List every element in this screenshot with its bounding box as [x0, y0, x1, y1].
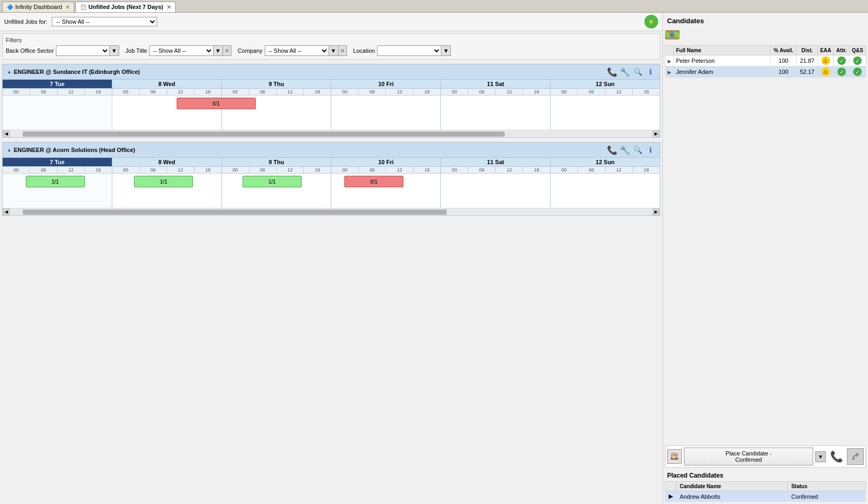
action-phone-button[interactable]: 📞	[828, 448, 845, 465]
section2-day-headers: 7 Tue 8 Wed 9 Thu 10 Fri 11 Sat 12 Sun	[3, 158, 660, 167]
section2-info-icon[interactable]: ℹ	[645, 145, 655, 155]
candidate-1-avail: 100	[770, 55, 797, 66]
section1-day-2: 9 Thu	[222, 80, 332, 88]
company-input: -- Show All -- ▼ ✕	[265, 45, 347, 56]
section2-scroll-thumb[interactable]	[23, 210, 447, 215]
section1-info-icon[interactable]: ℹ	[645, 66, 655, 77]
section2-search-icon[interactable]: 🔍	[632, 145, 643, 155]
placed-col-name: Candidate Name	[677, 482, 788, 491]
section1-settings-icon[interactable]: 🔧	[620, 66, 630, 77]
section1-phone-icon[interactable]: 📞	[607, 66, 618, 77]
back-office-sector-arrow[interactable]: ▼	[109, 46, 119, 55]
job-title-input: -- Show All -- ▼ ✕	[149, 45, 232, 56]
section1-day-headers: 7 Tue 8 Wed 9 Thu 10 Fri 11 Sat 12 Sun	[3, 80, 660, 89]
job-section-2-header: ▲ ENGINEER @ Acorn Solutions (Head Offic…	[3, 142, 660, 158]
location-arrow[interactable]: ▼	[441, 46, 450, 55]
place-candidate-label: Place Candidate - Confirmed	[726, 450, 771, 463]
candidate-2-attr-icon: ✓	[837, 68, 846, 76]
place-candidate-button[interactable]: Place Candidate - Confirmed	[684, 448, 813, 465]
section1-calendar: 7 Tue 8 Wed 9 Thu 10 Fri 11 Sat 12 Sun 0…	[3, 80, 660, 137]
section1-day-3: 10 Fri	[331, 80, 441, 88]
section2-time-slots: 00 06 12 18 00 06 12 18 00 06 12 18	[3, 167, 660, 173]
section1-day-5: 12 Sun	[551, 80, 660, 88]
section1-scroll-track[interactable]	[10, 131, 652, 137]
placed-1-status: Confirmed	[788, 491, 866, 502]
candidates-map-icon[interactable]	[665, 29, 866, 43]
candidates-table: Full Name % Avail. Dist. EAA Attr. Q&S ▶…	[665, 45, 866, 78]
candidate-1-qs-icon: ✓	[853, 56, 862, 65]
unfilled-jobs-select[interactable]: -- Show All --	[52, 17, 157, 26]
section2-scroll-left[interactable]: ◀	[3, 208, 10, 216]
section2-shift-3[interactable]: 1/1	[243, 176, 302, 187]
job-sections: ▲ ENGINEER @ Sundance IT (Edinburgh Offi…	[0, 62, 662, 504]
col-qs: Q&S	[850, 46, 866, 55]
col-eaa: EAA	[818, 46, 834, 55]
main-layout: Unfilled Jobs for: -- Show All -- ⚡ Filt…	[0, 13, 868, 504]
edit-candidate-button[interactable]	[667, 449, 682, 464]
section2-scrollbar[interactable]: ◀ ▶	[3, 208, 660, 215]
tab-unfilled[interactable]: 📋 Unfilled Jobs (Next 7 Days) ✕	[75, 2, 176, 12]
section1-body: 0/1	[3, 96, 660, 130]
placed-col-status: Status	[788, 482, 866, 491]
section2-settings-icon[interactable]: 🔧	[620, 145, 630, 155]
refresh-button[interactable]: ⚡	[644, 15, 658, 28]
section2-scroll-track[interactable]	[10, 210, 652, 215]
refresh-icon: ⚡	[648, 18, 655, 25]
section1-scrollbar[interactable]: ◀ ▶	[3, 130, 660, 137]
place-candidate-dropdown[interactable]: ▼	[815, 451, 826, 462]
placed-1-expand[interactable]: ▶	[669, 493, 673, 499]
section1-col-4	[441, 96, 551, 130]
back-office-sector-label: Back Office Sector	[6, 47, 54, 54]
candidate-2-attr: ✓	[834, 66, 850, 78]
location-select[interactable]	[378, 47, 441, 54]
back-office-sector-select[interactable]	[56, 47, 109, 54]
filters-row: Back Office Sector ▼ Job Title -- Show A…	[6, 45, 657, 56]
job-section-1-title: ▲ ENGINEER @ Sundance IT (Edinburgh Offi…	[7, 69, 140, 75]
job-title-label: Job Title	[126, 47, 147, 54]
placed-row-1[interactable]: ▶ Andrew Abbotts Confirmed	[666, 491, 866, 502]
section2-collapse-arrow[interactable]: ▲	[7, 147, 12, 153]
section1-shift-1[interactable]: 0/1	[177, 98, 256, 109]
candidate-1-name: Peter Peterson	[674, 55, 770, 66]
company-clear[interactable]: ✕	[338, 46, 346, 55]
section2-day-2: 9 Thu	[222, 158, 332, 166]
action-tools-button[interactable]	[847, 448, 864, 465]
candidate-1-expand[interactable]: ▶	[668, 59, 671, 64]
job-title-clear[interactable]: ✕	[223, 46, 231, 55]
section2-day-1: 8 Wed	[112, 158, 222, 166]
section1-scroll-thumb[interactable]	[23, 131, 505, 137]
section2-day-3: 10 Fri	[331, 158, 441, 166]
tab-unfilled-close[interactable]: ✕	[167, 4, 171, 10]
candidate-1-attr: ✓	[834, 55, 850, 66]
section1-scroll-left[interactable]: ◀	[3, 130, 10, 138]
svg-line-10	[853, 455, 855, 457]
candidate-2-name: Jennifer Adam	[674, 66, 770, 78]
section1-search-icon[interactable]: 🔍	[632, 66, 643, 77]
section1-scroll-right[interactable]: ▶	[652, 130, 660, 138]
section2-phone-icon[interactable]: 📞	[607, 145, 618, 155]
tab-bar: 🔷 Infinity Dashboard ✕ 📋 Unfilled Jobs (…	[0, 0, 868, 13]
toolbar: Unfilled Jobs for: -- Show All -- ⚡	[0, 13, 662, 31]
tab-dashboard-close[interactable]: ✕	[65, 4, 70, 10]
placed-1-name: Andrew Abbotts	[677, 491, 788, 502]
section2-shift-1[interactable]: 1/1	[26, 176, 85, 187]
candidate-row-2[interactable]: ▶ Jennifer Adam 100 52.17 ⚠ ✓ ✓	[666, 66, 866, 78]
job-title-arrow[interactable]: ▼	[213, 46, 223, 55]
section1-col-5	[551, 96, 660, 130]
section2-shift-2[interactable]: 1/1	[134, 176, 193, 187]
section1-day-4: 11 Sat	[441, 80, 551, 88]
section1-collapse-arrow[interactable]: ▲	[7, 69, 12, 74]
company-arrow[interactable]: ▼	[329, 46, 338, 55]
section2-scroll-right[interactable]: ▶	[652, 208, 660, 216]
candidate-2-expand[interactable]: ▶	[668, 70, 671, 75]
svg-point-4	[670, 33, 673, 36]
company-select[interactable]: -- Show All --	[265, 47, 329, 54]
unfilled-jobs-label: Unfilled Jobs for:	[4, 18, 47, 25]
section2-shift-4[interactable]: 0/1	[344, 176, 403, 187]
job-title-select[interactable]: -- Show All --	[150, 47, 213, 54]
candidate-2-eaa-icon: ⚠	[822, 68, 830, 76]
candidate-row-1[interactable]: ▶ Peter Peterson 100 21.87 ⚠ ✓ ✓	[666, 55, 866, 66]
candidates-title: Candidates	[665, 15, 866, 27]
tab-dashboard[interactable]: 🔷 Infinity Dashboard ✕	[2, 2, 74, 12]
section2-day-0: 7 Tue	[3, 158, 112, 166]
